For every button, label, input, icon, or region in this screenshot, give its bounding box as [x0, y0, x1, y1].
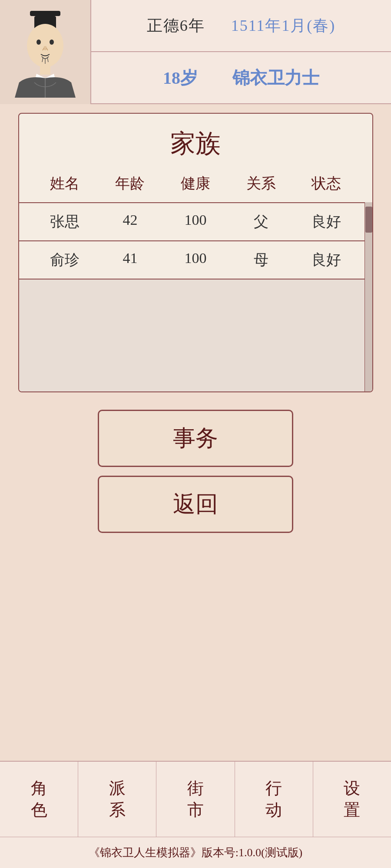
table-header: 姓名 年龄 健康 关系 状态: [19, 169, 372, 198]
bottom-nav: 角色 派系 街市 行动 设置: [0, 761, 391, 837]
svg-rect-11: [40, 65, 50, 75]
scroll-thumb[interactable]: [365, 207, 372, 233]
avatar: [6, 7, 84, 98]
header-info: 正德6年 1511年1月(春) 18岁 锦衣卫力士: [91, 0, 391, 103]
nav-item-char[interactable]: 角色: [0, 762, 78, 837]
nav-item-faction[interactable]: 派系: [78, 762, 156, 837]
age-label: 18岁: [163, 66, 198, 90]
member-health-0: 100: [163, 212, 229, 232]
main-content: 家族 姓名 年龄 健康 关系 状态 张思 42 100 父 良好 俞珍 41 1…: [0, 104, 391, 761]
col-header-name: 姓名: [32, 174, 98, 194]
svg-rect-0: [30, 11, 60, 16]
member-status-0: 良好: [294, 212, 359, 232]
nav-item-settings[interactable]: 设置: [313, 762, 391, 837]
family-panel: 家族 姓名 年龄 健康 关系 状态 张思 42 100 父 良好 俞珍 41 1…: [18, 113, 373, 392]
col-header-age: 年龄: [97, 174, 163, 194]
svg-point-3: [36, 39, 41, 45]
col-header-status: 状态: [294, 174, 359, 194]
member-age-0: 42: [97, 212, 163, 232]
svg-point-4: [50, 39, 54, 45]
title-label: 锦衣卫力士: [232, 66, 319, 90]
member-age-1: 41: [97, 250, 163, 270]
footer-text: 《锦衣卫人生模拟器》版本号:1.0.0(测试版): [89, 846, 303, 859]
member-name-1: 俞珍: [32, 250, 98, 270]
table-row: 张思 42 100 父 良好: [19, 202, 372, 240]
header-row1: 正德6年 1511年1月(春): [91, 0, 391, 52]
table-row: 俞珍 41 100 母 良好: [19, 240, 372, 279]
header: 正德6年 1511年1月(春) 18岁 锦衣卫力士: [0, 0, 391, 104]
nav-item-market[interactable]: 街市: [156, 762, 235, 837]
button-area: 事务 返回: [18, 405, 373, 542]
nav-item-action[interactable]: 行动: [235, 762, 313, 837]
member-relation-1: 母: [228, 250, 294, 270]
avatar-box: [0, 0, 91, 104]
member-name-0: 张思: [32, 212, 98, 232]
back-button[interactable]: 返回: [98, 476, 293, 533]
empty-table-area: [19, 279, 372, 391]
date-label: 1511年1月(春): [231, 15, 336, 36]
affairs-button[interactable]: 事务: [98, 410, 293, 467]
svg-point-5: [43, 46, 47, 50]
member-relation-0: 父: [228, 212, 294, 232]
member-health-1: 100: [163, 250, 229, 270]
footer: 《锦衣卫人生模拟器》版本号:1.0.0(测试版): [0, 837, 391, 868]
col-header-health: 健康: [163, 174, 229, 194]
table-body: 张思 42 100 父 良好 俞珍 41 100 母 良好: [19, 202, 372, 391]
family-title: 家族: [19, 114, 372, 169]
header-row2: 18岁 锦衣卫力士: [91, 52, 391, 103]
col-header-relation: 关系: [228, 174, 294, 194]
member-status-1: 良好: [294, 250, 359, 270]
year-label: 正德6年: [147, 15, 205, 36]
scrollbar[interactable]: [364, 202, 372, 391]
